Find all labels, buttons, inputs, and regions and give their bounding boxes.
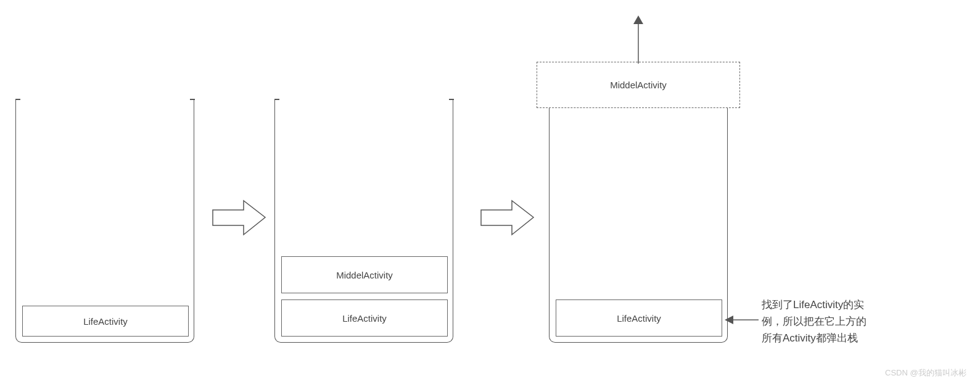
activity-label: MiddelActivity	[610, 80, 667, 90]
activity-label: MiddelActivity	[336, 270, 393, 280]
activity-label: LifeActivity	[617, 313, 661, 324]
activity-box-middle-2: MiddelActivity	[281, 256, 448, 293]
stack-2: MiddelActivity LifeActivity	[274, 99, 453, 343]
arrow-up	[629, 15, 648, 66]
annotation-text: 找到了LifeActivity的实 例，所以把在它上方的 所有Activity都…	[762, 296, 867, 347]
activity-label: LifeActivity	[342, 313, 387, 324]
stack-3: LifeActivity	[549, 99, 728, 343]
annotation-arrow	[725, 314, 759, 329]
arrow-right-2	[478, 198, 537, 240]
watermark: CSDN @我的猫叫冰彬	[885, 367, 966, 379]
stack-1: LifeActivity	[15, 99, 194, 343]
annotation-line-3: 所有Activity都弹出栈	[762, 330, 867, 346]
activity-box-life-2: LifeActivity	[281, 299, 448, 337]
activity-label: LifeActivity	[83, 316, 128, 327]
annotation-line-2: 例，所以把在它上方的	[762, 313, 867, 330]
activity-box-life-1: LifeActivity	[22, 306, 189, 337]
arrow-right-1	[210, 198, 268, 240]
popped-activity-box: MiddelActivity	[537, 62, 740, 108]
annotation-line-1: 找到了LifeActivity的实	[762, 296, 867, 313]
activity-box-life-3: LifeActivity	[556, 299, 722, 337]
